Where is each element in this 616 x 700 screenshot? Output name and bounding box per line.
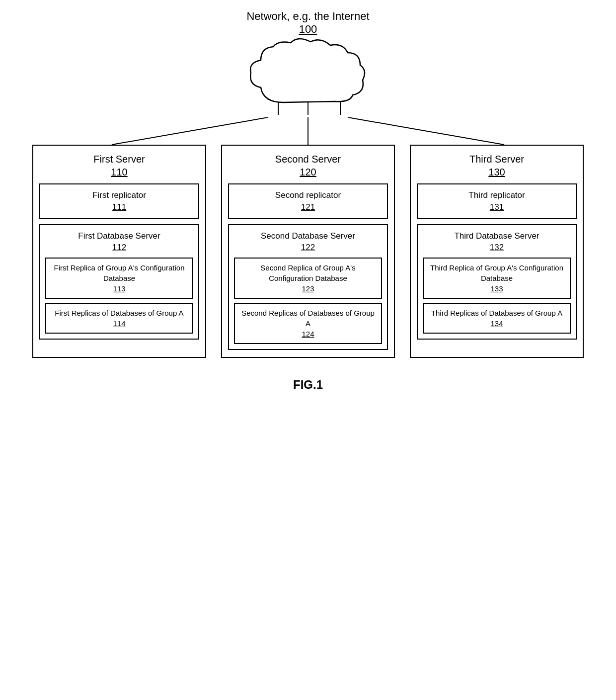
second-replica-config-box: Second Replica of Group A's Configuratio… bbox=[234, 258, 382, 299]
diagram: Network, e.g. the Internet 100 Fir bbox=[10, 10, 606, 392]
second-replicator-id: 121 bbox=[301, 202, 315, 212]
network-label: Network, e.g. the Internet 100 bbox=[246, 10, 369, 36]
network-name: Network, e.g. the Internet bbox=[246, 10, 369, 22]
first-replicator-box: First replicator 111 bbox=[39, 183, 199, 219]
third-db-server-box: Third Database Server 132 Third Replica … bbox=[417, 224, 577, 340]
first-replica-dbs-id: 114 bbox=[113, 319, 125, 328]
connector-lines bbox=[25, 117, 591, 145]
third-db-server-id: 132 bbox=[490, 243, 504, 252]
third-replicator-name: Third replicator bbox=[468, 190, 525, 200]
first-replica-dbs-box: First Replicas of Databases of Group A 1… bbox=[45, 303, 193, 334]
second-replicator-name: Second replicator bbox=[275, 190, 341, 200]
third-replica-config-box: Third Replica of Group A's Configuration… bbox=[423, 258, 571, 299]
first-db-server-box: First Database Server 112 First Replica … bbox=[39, 224, 199, 340]
third-replica-dbs-box: Third Replicas of Databases of Group A 1… bbox=[423, 303, 571, 334]
third-replica-dbs-name: Third Replicas of Databases of Group A bbox=[431, 309, 562, 317]
figure-caption: FIG.1 bbox=[293, 378, 323, 392]
first-server-id: 110 bbox=[111, 167, 127, 177]
third-server-title: Third Server 130 bbox=[417, 153, 577, 178]
first-replica-dbs-name: First Replicas of Databases of Group A bbox=[55, 309, 183, 317]
third-db-server-title: Third Database Server 132 bbox=[423, 230, 571, 254]
first-replicator-id: 111 bbox=[112, 202, 126, 212]
third-replica-config-name: Third Replica of Group A's Configuration… bbox=[430, 263, 563, 282]
first-server-name: First Server bbox=[93, 154, 145, 165]
third-replica-dbs-id: 134 bbox=[490, 319, 503, 328]
connector-svg bbox=[25, 117, 591, 145]
first-replica-config-box: First Replica of Group A's Configuration… bbox=[45, 258, 193, 299]
second-db-server-box: Second Database Server 122 Second Replic… bbox=[228, 224, 388, 350]
second-db-server-id: 122 bbox=[301, 243, 315, 252]
second-replica-dbs-name: Second Replicas of Databases of Group A bbox=[241, 309, 375, 328]
first-replica-config-name: First Replica of Group A's Configuration… bbox=[54, 263, 185, 282]
first-replica-config-id: 113 bbox=[113, 284, 125, 293]
network-id: 100 bbox=[299, 23, 317, 35]
cloud-icon bbox=[243, 38, 373, 117]
third-server-box: Third Server 130 Third replicator 131 Th… bbox=[410, 145, 584, 358]
second-replica-dbs-box: Second Replicas of Databases of Group A … bbox=[234, 303, 382, 344]
second-replica-dbs-id: 124 bbox=[302, 330, 314, 338]
second-db-server-name: Second Database Server bbox=[261, 231, 355, 241]
second-server-box: Second Server 120 Second replicator 121 … bbox=[221, 145, 395, 358]
third-server-name: Third Server bbox=[469, 154, 524, 165]
first-db-server-title: First Database Server 112 bbox=[45, 230, 193, 254]
second-server-name: Second Server bbox=[275, 154, 341, 165]
svg-line-5 bbox=[348, 117, 504, 145]
first-replicator-name: First replicator bbox=[92, 190, 146, 200]
second-db-server-title: Second Database Server 122 bbox=[234, 230, 382, 254]
svg-line-3 bbox=[112, 117, 268, 145]
second-replica-config-id: 123 bbox=[302, 284, 314, 293]
third-replica-config-id: 133 bbox=[490, 284, 503, 293]
cloud-section: Network, e.g. the Internet 100 bbox=[243, 10, 373, 117]
second-replicator-box: Second replicator 121 bbox=[228, 183, 388, 219]
third-replicator-id: 131 bbox=[490, 202, 504, 212]
first-db-server-id: 112 bbox=[112, 243, 126, 252]
first-db-server-name: First Database Server bbox=[78, 231, 160, 241]
first-server-box: First Server 110 First replicator 111 Fi… bbox=[32, 145, 206, 358]
second-server-id: 120 bbox=[300, 167, 316, 177]
third-db-server-name: Third Database Server bbox=[454, 231, 539, 241]
servers-row: First Server 110 First replicator 111 Fi… bbox=[25, 145, 591, 358]
third-replicator-box: Third replicator 131 bbox=[417, 183, 577, 219]
second-replica-config-name: Second Replica of Group A's Configuratio… bbox=[260, 263, 355, 282]
first-server-title: First Server 110 bbox=[39, 153, 199, 178]
second-server-title: Second Server 120 bbox=[228, 153, 388, 178]
third-server-id: 130 bbox=[488, 167, 505, 177]
